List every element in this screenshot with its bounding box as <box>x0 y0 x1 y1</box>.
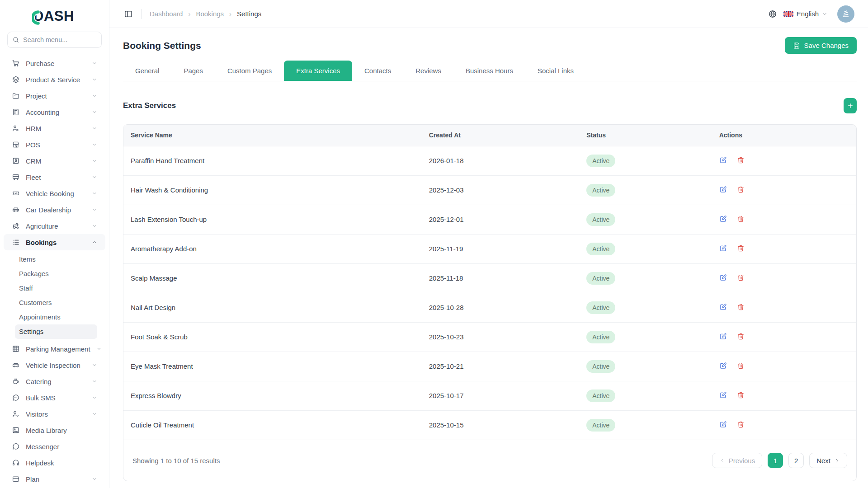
delete-button[interactable] <box>737 421 745 428</box>
delete-button[interactable] <box>737 156 745 164</box>
edit-button[interactable] <box>719 274 727 282</box>
calculator-icon <box>12 108 20 116</box>
tab-general[interactable]: General <box>123 61 171 81</box>
sidebar-item-messenger[interactable]: Messenger <box>4 438 105 455</box>
brand-logo[interactable]: DASH <box>33 8 109 26</box>
tab-reviews[interactable]: Reviews <box>403 61 453 81</box>
delete-button[interactable] <box>737 362 745 370</box>
edit-button[interactable] <box>719 391 727 399</box>
next-page-button[interactable]: Next <box>809 453 847 468</box>
page-button-1[interactable]: 1 <box>768 453 783 468</box>
topbar-right: English <box>768 5 854 23</box>
sidebar-item-purchase[interactable]: Purchase <box>4 55 105 71</box>
tab-social-links[interactable]: Social Links <box>525 61 586 81</box>
sidebar-item-helpdesk[interactable]: Helpdesk <box>4 455 105 471</box>
sidebar-item-agriculture[interactable]: Agriculture <box>4 218 105 234</box>
sidebar-item-label: CRM <box>26 157 41 165</box>
language-selector[interactable]: English <box>783 10 827 18</box>
tab-custom-pages[interactable]: Custom Pages <box>215 61 284 81</box>
folder-icon <box>12 92 20 100</box>
sidebar-item-hrm[interactable]: HRM <box>4 120 105 136</box>
brand-crescent-icon <box>32 9 47 26</box>
sidebar-item-vehicle-booking[interactable]: Vehicle Booking <box>4 185 105 202</box>
sidebar-item-visitors[interactable]: Visitors <box>4 406 105 422</box>
tab-business-hours[interactable]: Business Hours <box>453 61 525 81</box>
page-number-group: 12 <box>768 453 804 468</box>
delete-button[interactable] <box>737 333 745 340</box>
delete-button[interactable] <box>737 303 745 311</box>
sidebar-item-plan[interactable]: Plan <box>4 471 105 487</box>
status-badge: Active <box>586 184 615 197</box>
sidebar-item-project[interactable]: Project <box>4 88 105 104</box>
save-changes-button[interactable]: Save Changes <box>785 37 857 54</box>
search-input[interactable] <box>23 36 97 43</box>
add-service-button[interactable] <box>844 98 857 113</box>
edit-button[interactable] <box>719 333 727 340</box>
sidebar-item-pos[interactable]: POS <box>4 136 105 153</box>
edit-button[interactable] <box>719 303 727 311</box>
created-at-cell: 2025-12-03 <box>422 175 580 205</box>
trash-icon <box>737 156 745 164</box>
sidebar-item-label: Accounting <box>26 108 59 116</box>
sidebar-item-label: Parking Management <box>26 345 90 353</box>
sidebar-item-bookings[interactable]: Bookings <box>4 234 105 250</box>
sidebar-item-label: Purchase <box>26 60 54 67</box>
sidebar-item-catering[interactable]: Catering <box>4 373 105 389</box>
cup-icon <box>12 377 20 385</box>
sidebar-subitem-customers[interactable]: Customers <box>0 296 109 310</box>
edit-button[interactable] <box>719 186 727 193</box>
page-header: Booking Settings Save Changes <box>123 37 857 54</box>
delete-button[interactable] <box>737 244 745 252</box>
sidebar-item-accounting[interactable]: Accounting <box>4 104 105 120</box>
sidebar-subitem-items[interactable]: Items <box>0 252 109 267</box>
edit-button[interactable] <box>719 244 727 252</box>
sidebar-item-media-library[interactable]: Media Library <box>4 422 105 438</box>
sidebar-item-label: Visitors <box>26 410 48 418</box>
sidebar-item-crm[interactable]: CRM <box>4 153 105 169</box>
table-footer: Showing 1 to 10 of 15 results Previous 1… <box>123 440 856 481</box>
sidebar-item-car-dealership[interactable]: Car Dealership <box>4 202 105 218</box>
tab-contacts[interactable]: Contacts <box>352 61 403 81</box>
edit-button[interactable] <box>719 215 727 223</box>
sidebar-subitem-staff[interactable]: Staff <box>0 281 109 296</box>
sidebar-subitem-appointments[interactable]: Appointments <box>0 310 109 324</box>
sidebar-item-fleet[interactable]: Fleet <box>4 169 105 185</box>
breadcrumb-separator: › <box>188 10 190 18</box>
table-row: Scalp Massage2025-11-18Active <box>123 263 856 293</box>
save-icon <box>793 42 800 49</box>
ticket-icon <box>12 189 20 197</box>
sidebar-item-bulk-sms[interactable]: Bulk SMS <box>4 389 105 406</box>
trash-icon <box>737 333 745 340</box>
panel-toggle-icon <box>124 9 133 19</box>
edit-icon <box>719 362 727 370</box>
actions-cell <box>712 175 856 205</box>
sidebar-subitem-packages[interactable]: Packages <box>0 267 109 281</box>
previous-page-button[interactable]: Previous <box>712 453 762 468</box>
sidebar-toggle-button[interactable] <box>124 9 133 19</box>
pagination: Previous 12 Next <box>712 453 847 468</box>
sidebar-item-parking-management[interactable]: Parking Management <box>4 341 105 357</box>
previous-label: Previous <box>729 457 755 465</box>
page-button-2[interactable]: 2 <box>788 453 804 468</box>
tab-pages[interactable]: Pages <box>171 61 215 81</box>
actions-cell <box>712 146 856 175</box>
breadcrumb-dashboard[interactable]: Dashboard <box>150 10 183 18</box>
sidebar-item-vehicle-inspection[interactable]: Vehicle Inspection <box>4 357 105 373</box>
delete-button[interactable] <box>737 391 745 399</box>
service-name-cell: Paraffin Hand Treatment <box>123 146 422 175</box>
delete-button[interactable] <box>737 215 745 223</box>
edit-button[interactable] <box>719 362 727 370</box>
breadcrumb-bookings[interactable]: Bookings <box>196 10 224 18</box>
delete-button[interactable] <box>737 186 745 193</box>
sidebar-search <box>7 32 102 48</box>
delete-button[interactable] <box>737 274 745 282</box>
edit-button[interactable] <box>719 421 727 428</box>
edit-button[interactable] <box>719 156 727 164</box>
status-badge: Active <box>586 272 615 285</box>
tab-extra-services[interactable]: Extra Services <box>284 61 352 81</box>
sidebar-subitem-settings[interactable]: Settings <box>15 324 97 339</box>
sidebar-item-product-service[interactable]: Product & Service <box>4 71 105 88</box>
globe-button[interactable] <box>768 9 777 19</box>
avatar[interactable] <box>837 5 854 23</box>
chevron-down-icon <box>92 191 97 196</box>
